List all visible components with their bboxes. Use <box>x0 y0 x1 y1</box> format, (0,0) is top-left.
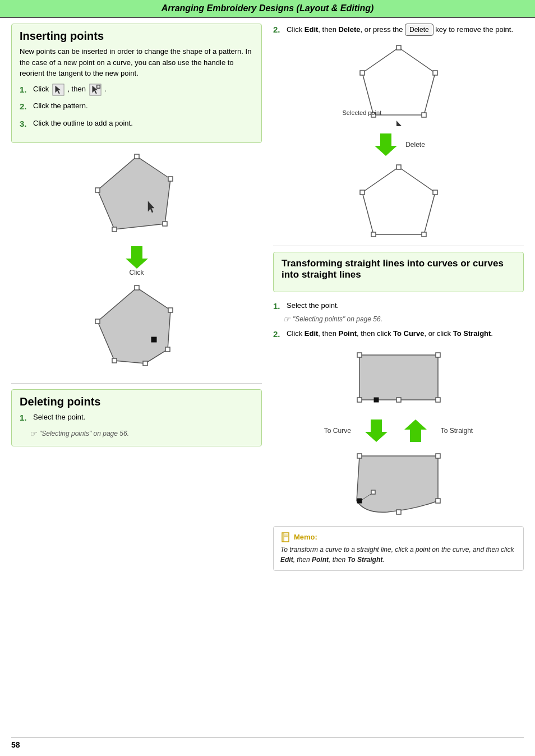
svg-rect-35 <box>359 355 438 400</box>
svg-rect-24 <box>422 113 426 117</box>
delete-after-svg <box>343 162 455 240</box>
svg-rect-51 <box>282 533 289 542</box>
arrow-down-svg <box>123 246 151 269</box>
svg-rect-46 <box>436 499 440 503</box>
page-header: Arranging Embroidery Designs (Layout & E… <box>0 0 535 18</box>
delete-step-1-number: 1. <box>20 412 30 425</box>
insert-step-3: 3. Click the outline to add a point. <box>20 118 253 131</box>
memo-box: Memo: To transform a curve to a straight… <box>273 526 524 571</box>
click-arrow: Click <box>11 246 262 276</box>
to-straight-arrow-svg <box>402 420 430 442</box>
memo-title: Memo: <box>280 532 516 542</box>
insert-before-diagram <box>11 151 262 241</box>
deleting-steps: 1. Select the point. <box>20 412 253 425</box>
transform-arrows-row: To Curve To Straight <box>273 420 524 442</box>
svg-marker-43 <box>404 420 427 442</box>
insert-step-1-number: 1. <box>20 84 30 96</box>
transform-before-diagram <box>273 347 524 414</box>
svg-marker-27 <box>396 121 403 126</box>
shape-after-svg <box>81 282 193 377</box>
transform-note-icon: ☞ <box>283 315 290 324</box>
svg-rect-33 <box>371 232 376 237</box>
svg-marker-42 <box>365 420 388 442</box>
svg-rect-50 <box>371 490 375 494</box>
svg-rect-38 <box>357 398 362 402</box>
note-icon: ☞ <box>30 429 37 438</box>
insert-step-1-content: Click , then . <box>33 84 253 96</box>
memo-book-icon <box>280 532 290 542</box>
svg-rect-40 <box>396 398 401 402</box>
delete-before-diagram: Selected point <box>273 42 524 128</box>
svg-rect-34 <box>360 190 365 195</box>
svg-rect-41 <box>374 398 379 402</box>
svg-rect-18 <box>112 358 117 363</box>
transform-after-svg <box>343 448 455 520</box>
transform-step-1-number: 1. <box>273 300 283 313</box>
svg-marker-28 <box>375 133 397 156</box>
svg-rect-9 <box>112 227 117 232</box>
page-number: 58 <box>11 740 20 749</box>
insert-step-3-number: 3. <box>20 118 30 131</box>
deleting-points-section: Deleting points 1. Select the point. ☞ "… <box>11 389 262 446</box>
svg-rect-49 <box>357 499 362 503</box>
select-tool-icon <box>52 84 64 96</box>
right-delete-step-2: 2. Click Edit, then Delete, or press the… <box>273 24 524 36</box>
svg-rect-17 <box>143 361 147 366</box>
svg-rect-32 <box>422 232 426 237</box>
svg-rect-14 <box>135 285 139 290</box>
transform-step-2: 2. Click Edit, then Point, then click To… <box>273 328 524 341</box>
svg-rect-47 <box>396 510 401 514</box>
svg-rect-45 <box>436 454 440 458</box>
insert-step-2: 2. Click the pattern. <box>20 100 253 113</box>
right-column: 2. Click Edit, then Delete, or press the… <box>273 24 524 571</box>
svg-rect-19 <box>95 319 100 324</box>
svg-rect-23 <box>433 71 437 75</box>
svg-marker-21 <box>362 48 435 115</box>
inserting-points-section: Inserting points New points can be inser… <box>11 24 262 143</box>
transform-note-text: "Selecting points" on page 56. <box>293 315 382 323</box>
transforming-title: Transforming straight lines into curves … <box>282 258 515 280</box>
svg-rect-44 <box>357 454 362 458</box>
memo-body: To transform a curve to a straight line,… <box>280 545 516 565</box>
svg-rect-8 <box>163 222 167 226</box>
transform-note-ref: ☞ "Selecting points" on page 56. <box>283 315 524 324</box>
svg-marker-13 <box>98 288 170 363</box>
inserting-points-title: Inserting points <box>20 30 253 43</box>
inserting-steps: 1. Click , then <box>20 84 253 131</box>
svg-rect-30 <box>396 165 401 169</box>
svg-rect-6 <box>135 154 139 159</box>
insert-after-diagram <box>11 282 262 377</box>
svg-rect-26 <box>360 71 365 75</box>
svg-rect-37 <box>436 353 440 357</box>
insert-step-2-number: 2. <box>20 100 30 113</box>
svg-rect-39 <box>436 398 440 402</box>
delete-arrow: Delete <box>273 133 524 156</box>
transform-after-diagram <box>273 448 524 520</box>
to-curve-arrow-svg <box>362 420 390 442</box>
to-straight-label: To Straight <box>441 427 473 435</box>
delete-key: Delete <box>405 24 433 36</box>
transforming-section: Transforming straight lines into curves … <box>273 252 524 292</box>
node-edit-icon <box>89 84 102 96</box>
svg-rect-16 <box>165 347 170 352</box>
inserting-points-body: New points can be inserted in order to c… <box>20 46 253 79</box>
svg-rect-22 <box>396 45 401 50</box>
svg-marker-29 <box>362 167 435 234</box>
header-title: Arranging Embroidery Designs (Layout & E… <box>162 3 374 13</box>
transform-step-1: 1. Select the point. <box>273 300 524 313</box>
delete-note-ref: ☞ "Selecting points" on page 56. <box>30 429 253 438</box>
svg-rect-31 <box>433 190 437 195</box>
svg-rect-20 <box>151 337 156 342</box>
page-footer: 58 <box>11 737 524 749</box>
svg-rect-10 <box>95 188 100 192</box>
to-curve-label: To Curve <box>324 427 351 435</box>
transform-step-1-content: Select the point. <box>287 300 524 311</box>
shape-before-svg <box>81 151 193 241</box>
delete-note-text: "Selecting points" on page 56. <box>39 430 129 437</box>
selected-point-label: Selected point <box>343 109 382 116</box>
transform-step-2-number: 2. <box>273 328 283 341</box>
delete-arrow-svg <box>372 133 400 156</box>
svg-rect-15 <box>168 308 173 312</box>
right-divider <box>273 246 524 246</box>
insert-step-1: 1. Click , then <box>20 84 253 96</box>
